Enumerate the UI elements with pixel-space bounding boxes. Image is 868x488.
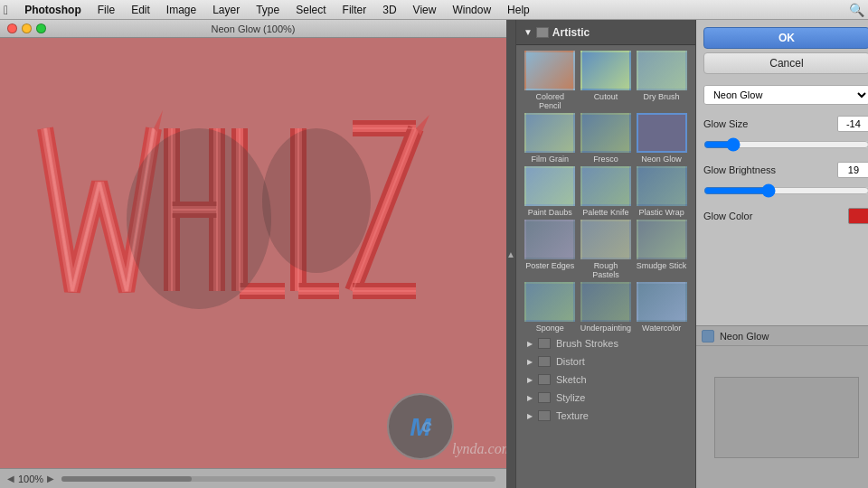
- glow-brightness-row: Glow Brightness: [703, 162, 868, 178]
- thumb-rough-pastels-label: Rough Pastels: [580, 261, 632, 279]
- glow-brightness-label: Glow Brightness: [703, 164, 776, 175]
- thumbnail-grid: Colored Pencil Cutout Dry Brush Film Gra…: [520, 49, 692, 334]
- layer-name-label: Neon Glow: [720, 331, 769, 342]
- glow-color-label: Glow Color: [703, 211, 752, 221]
- subcategory-brush-label: Brush Strokes: [556, 338, 618, 349]
- glow-controls: Glow Size Glow Brightness Glow Color: [696, 108, 868, 231]
- expand-sketch-icon: ▶: [527, 376, 533, 384]
- minimize-button[interactable]: [22, 23, 32, 33]
- filter-paint-daubs[interactable]: Paint Daubs: [524, 166, 577, 217]
- layer-content: [696, 346, 868, 488]
- window-title: Neon Glow (100%): [212, 23, 296, 34]
- thumb-paint-daubs-label: Paint Daubs: [524, 208, 576, 217]
- window-controls: [7, 23, 46, 33]
- thumb-fresco-label: Fresco: [580, 155, 632, 164]
- menu-photoshop[interactable]: Photoshop: [17, 2, 89, 18]
- menu-type[interactable]: Type: [249, 2, 287, 18]
- filter-underpainting[interactable]: Underpainting: [580, 282, 633, 333]
- canvas-svg: M c lynda.com: [0, 38, 506, 468]
- menu-window[interactable]: Window: [445, 2, 498, 18]
- texture-icon: [538, 410, 551, 421]
- right-panel: OK Cancel Neon Glow Glow Size Glow Brigh…: [696, 20, 868, 488]
- ok-button[interactable]: OK: [703, 27, 868, 49]
- thumb-film-grain-img: [524, 113, 575, 153]
- search-icon[interactable]: 🔍: [849, 3, 864, 17]
- brush-strokes-icon: [538, 338, 551, 349]
- subcategory-distort[interactable]: ▶ Distort: [520, 352, 692, 371]
- filter-cutout[interactable]: Cutout: [580, 51, 633, 110]
- menu-view[interactable]: View: [406, 2, 444, 18]
- menu-edit[interactable]: Edit: [124, 2, 157, 18]
- thumb-cutout-img: [580, 51, 631, 90]
- filter-poster-edges[interactable]: Poster Edges: [524, 220, 577, 279]
- filter-neon-glow[interactable]: Neon Glow: [635, 113, 688, 164]
- thumb-film-grain-label: Film Grain: [524, 155, 576, 164]
- thumb-poster-edges-label: Poster Edges: [524, 261, 576, 270]
- thumb-palette-knife-label: Palette Knife: [580, 208, 632, 217]
- main-content: Neon Glow (100%): [0, 20, 868, 488]
- maximize-button[interactable]: [36, 23, 46, 33]
- expand-triangle[interactable]: ▼: [524, 27, 533, 37]
- filter-header: ▼ Artistic: [516, 20, 695, 45]
- apple-logo: : [4, 3, 8, 17]
- menu-image[interactable]: Image: [159, 2, 203, 18]
- stylize-icon: [538, 392, 551, 403]
- glow-color-swatch[interactable]: [848, 208, 868, 224]
- thumb-dry-brush-img: [637, 51, 687, 90]
- glow-brightness-slider[interactable]: [703, 183, 868, 198]
- glow-brightness-input[interactable]: [837, 162, 868, 178]
- menu-3d[interactable]: 3D: [375, 2, 403, 18]
- subcategory-stylize-label: Stylize: [556, 392, 585, 403]
- filter-rough-pastels[interactable]: Rough Pastels: [580, 220, 633, 279]
- filter-sponge[interactable]: Sponge: [524, 282, 577, 333]
- subcategory-sketch-label: Sketch: [556, 374, 587, 385]
- subcategory-texture[interactable]: ▶ Texture: [520, 407, 692, 425]
- filter-film-grain[interactable]: Film Grain: [524, 113, 577, 164]
- close-button[interactable]: [7, 23, 17, 33]
- filter-plastic-wrap[interactable]: Plastic Wrap: [635, 166, 688, 217]
- menu-help[interactable]: Help: [500, 2, 537, 18]
- filter-select-dropdown[interactable]: Neon Glow: [703, 85, 868, 105]
- status-bar: ◀ 100% ▶: [0, 468, 506, 488]
- title-bar: Neon Glow (100%): [0, 20, 506, 38]
- menu-filter[interactable]: Filter: [335, 2, 374, 18]
- sketch-icon: [538, 374, 551, 385]
- layer-preview: [714, 377, 859, 458]
- menu-select[interactable]: Select: [288, 2, 333, 18]
- svg-point-24: [262, 128, 371, 273]
- filter-scroll[interactable]: Colored Pencil Cutout Dry Brush Film Gra…: [516, 45, 695, 488]
- thumb-plastic-wrap-label: Plastic Wrap: [636, 208, 688, 217]
- filter-palette-knife[interactable]: Palette Knife: [580, 166, 633, 217]
- nav-left-icon[interactable]: ◀: [7, 474, 14, 483]
- filter-smudge-stick[interactable]: Smudge Stick: [635, 220, 688, 279]
- thumb-rough-pastels-img: [580, 220, 631, 259]
- expand-brush-icon: ▶: [527, 340, 533, 348]
- thumb-watercolor-img: [637, 282, 687, 322]
- subcategory-stylize[interactable]: ▶ Stylize: [520, 389, 692, 407]
- subcategory-texture-label: Texture: [556, 410, 589, 421]
- menu-file[interactable]: File: [90, 2, 122, 18]
- glow-size-label: Glow Size: [703, 118, 749, 129]
- subcategory-brush-strokes[interactable]: ▶ Brush Strokes: [520, 334, 692, 352]
- filter-watercolor[interactable]: Watercolor: [635, 282, 688, 333]
- nav-collapse[interactable]: ▲: [506, 20, 515, 488]
- filter-colored-pencil[interactable]: Colored Pencil: [524, 51, 577, 110]
- thumb-palette-knife-img: [580, 166, 631, 206]
- thumb-dry-brush-label: Dry Brush: [636, 92, 688, 101]
- canvas-image[interactable]: M c lynda.com: [0, 38, 506, 468]
- menu-layer[interactable]: Layer: [205, 2, 247, 18]
- nav-right-icon[interactable]: ▶: [47, 474, 54, 483]
- cancel-button[interactable]: Cancel: [703, 52, 868, 74]
- glow-size-slider[interactable]: [703, 137, 868, 152]
- filter-selector: Neon Glow: [703, 85, 868, 105]
- filter-dry-brush[interactable]: Dry Brush: [635, 51, 688, 110]
- subcategory-sketch[interactable]: ▶ Sketch: [520, 371, 692, 389]
- glow-size-input[interactable]: [837, 116, 868, 132]
- thumb-fresco-img: [580, 113, 631, 153]
- action-buttons: OK Cancel: [696, 20, 868, 81]
- thumb-colored-pencil-img: [524, 51, 575, 90]
- thumb-paint-daubs-img: [524, 166, 575, 206]
- filter-panel: ▼ Artistic Colored Pencil Cutout Dry Bru…: [515, 20, 696, 488]
- filter-fresco[interactable]: Fresco: [580, 113, 633, 164]
- glow-color-row: Glow Color: [703, 208, 868, 224]
